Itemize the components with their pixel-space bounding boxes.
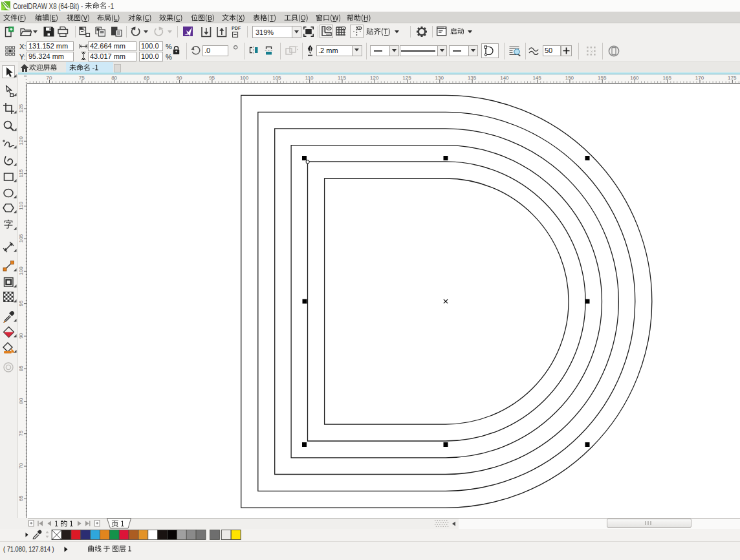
svg-text:165: 165 xyxy=(663,75,672,81)
svg-text:85: 85 xyxy=(144,75,149,81)
svg-text:110: 110 xyxy=(18,201,24,210)
svg-text:145: 145 xyxy=(532,75,541,81)
svg-text:150: 150 xyxy=(565,75,574,81)
svg-text:115: 115 xyxy=(338,75,346,81)
svg-text:155: 155 xyxy=(598,75,607,81)
svg-text:105: 105 xyxy=(18,233,24,242)
svg-text:75: 75 xyxy=(79,75,85,81)
svg-text:160: 160 xyxy=(630,75,639,81)
svg-text:100: 100 xyxy=(240,75,249,81)
svg-text:90: 90 xyxy=(177,75,182,81)
svg-text:95: 95 xyxy=(18,300,24,306)
svg-text:130: 130 xyxy=(435,75,444,81)
svg-text:80: 80 xyxy=(18,398,24,404)
svg-text:140: 140 xyxy=(500,75,509,81)
svg-text:100: 100 xyxy=(18,266,24,275)
svg-text:75: 75 xyxy=(18,430,24,436)
svg-text:105: 105 xyxy=(272,75,281,81)
svg-text:110: 110 xyxy=(305,75,314,81)
svg-text:65: 65 xyxy=(18,495,24,501)
svg-text:70: 70 xyxy=(47,75,52,81)
svg-text:95: 95 xyxy=(209,75,215,81)
svg-text:120: 120 xyxy=(18,136,24,145)
svg-text:170: 170 xyxy=(695,75,704,81)
svg-text:175: 175 xyxy=(728,75,737,81)
svg-text:115: 115 xyxy=(18,169,24,177)
svg-text:125: 125 xyxy=(18,103,24,113)
svg-text:135: 135 xyxy=(468,75,477,81)
svg-text:90: 90 xyxy=(18,332,24,338)
svg-text:80: 80 xyxy=(111,75,117,81)
svg-text:70: 70 xyxy=(18,463,24,469)
svg-text:125: 125 xyxy=(402,75,411,81)
svg-text:120: 120 xyxy=(370,75,379,81)
svg-text:85: 85 xyxy=(18,365,24,371)
